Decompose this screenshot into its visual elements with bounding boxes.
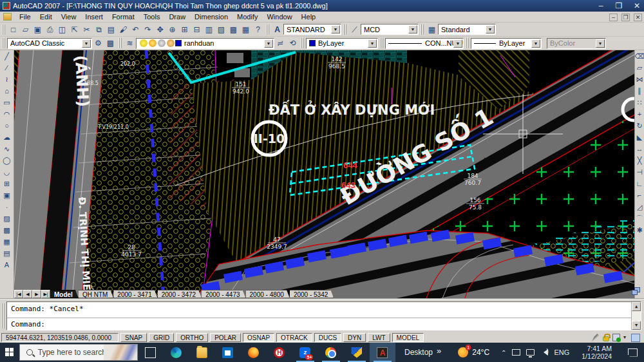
circle-icon[interactable]: ○ xyxy=(0,120,14,131)
chevron-down-icon[interactable]: ▼ xyxy=(531,39,540,48)
publish-icon[interactable]: ⇱ xyxy=(68,24,80,35)
toolbar-grip[interactable] xyxy=(118,38,122,48)
markup-set-manager-icon[interactable]: ▧ xyxy=(215,24,227,35)
pan-icon[interactable]: ✥ xyxy=(154,24,166,35)
desktop-label[interactable]: Desktop xyxy=(404,348,433,357)
layer-plot-icon[interactable] xyxy=(167,39,175,47)
fillet-icon[interactable]: ⌒ xyxy=(635,213,644,224)
taskbar-firefox-icon[interactable] xyxy=(241,343,267,362)
taskbar-edge-icon[interactable] xyxy=(164,343,189,362)
menu-window[interactable]: Window xyxy=(262,12,296,21)
chevron-down-icon[interactable]: ▼ xyxy=(486,25,495,33)
unlock-icon[interactable] xyxy=(603,336,609,341)
title-bar[interactable]: AutoCAD 2007 - [F:\THONG TIN QUY HOACH\Q… xyxy=(0,0,644,12)
make-block-icon[interactable]: ▣ xyxy=(0,189,14,201)
last-tab-icon[interactable]: ▶| xyxy=(41,290,50,298)
restore-down-icon[interactable] xyxy=(632,287,641,296)
chevron-down-icon[interactable]: ▼ xyxy=(82,39,91,48)
point-icon[interactable]: ∙ xyxy=(0,201,14,213)
status-menu-chevron-icon[interactable]: ▾ xyxy=(623,334,626,341)
ellipse-icon[interactable]: ◯ xyxy=(0,155,14,166)
polygon-icon[interactable]: ⌂ xyxy=(0,85,14,97)
rectangle-icon[interactable]: ▭ xyxy=(0,97,14,108)
tab-2000-4800[interactable]: 2000 - 4800 xyxy=(246,290,290,298)
linetype-combo[interactable]: CON...NUOUS ▼ xyxy=(385,38,464,49)
toggle-osnap[interactable]: OSNAP xyxy=(243,333,274,342)
doc-minimize-icon[interactable]: – xyxy=(609,14,618,21)
multiline-text-icon[interactable]: A xyxy=(0,259,14,271)
command-scrollbar[interactable]: ▲ ▼ xyxy=(631,302,641,330)
doc-close-icon[interactable]: ✕ xyxy=(634,14,642,21)
menu-format[interactable]: Format xyxy=(108,12,139,21)
dim-style-combo[interactable]: MCD ▼ xyxy=(361,24,419,35)
chevron-down-icon[interactable]: ▼ xyxy=(453,39,462,48)
tab-qh-ntm[interactable]: QH NTM xyxy=(79,290,113,298)
command-input[interactable]: Command: xyxy=(7,318,641,330)
model-canvas[interactable]: ĐẤT Ở XÂY DỰNG MỚI II-10 ĐƯỜNG SỐ 1 644 … xyxy=(14,50,634,298)
menu-edit[interactable]: Edit xyxy=(35,12,57,21)
zoom-realtime-icon[interactable]: ⊕ xyxy=(166,24,178,35)
tab-2000-3472[interactable]: 2000 - 3472 xyxy=(158,290,202,298)
table-style-combo[interactable]: Standard ▼ xyxy=(438,24,496,35)
move-icon[interactable]: + xyxy=(635,108,644,120)
save-icon[interactable]: ▣ xyxy=(32,24,44,35)
color-combo[interactable]: ByLayer ▼ xyxy=(306,38,378,49)
tab-2000-5342[interactable]: 2000 - 5342 xyxy=(290,290,334,298)
toolbar-grip[interactable] xyxy=(380,38,383,48)
layer-on-icon[interactable] xyxy=(140,39,147,47)
region-icon[interactable]: ▦ xyxy=(0,236,14,247)
menu-insert[interactable]: Insert xyxy=(80,12,108,21)
toolbar-grip[interactable] xyxy=(301,38,304,48)
paste-icon[interactable]: ▤ xyxy=(105,24,117,35)
chevron-down-icon[interactable]: ▼ xyxy=(331,25,340,33)
toggle-ortho[interactable]: ORTHO xyxy=(176,333,208,342)
line-icon[interactable]: ╱ xyxy=(0,50,14,62)
toggle-polar[interactable]: POLAR xyxy=(210,333,241,342)
layer-combo[interactable]: ranhduan ▼ xyxy=(136,38,274,49)
scale-icon[interactable]: ◣ xyxy=(635,131,644,143)
workspace-settings-icon[interactable]: ⚙ xyxy=(92,37,104,49)
taskbar-autocad-icon[interactable]: A xyxy=(370,343,395,362)
menu-file[interactable]: File xyxy=(15,12,35,21)
chevron-down-icon[interactable]: ▼ xyxy=(264,39,273,48)
menu-view[interactable]: View xyxy=(57,12,81,21)
my-workspace-icon[interactable]: ▩ xyxy=(104,37,117,49)
erase-icon[interactable]: ⌫ xyxy=(635,50,644,62)
array-icon[interactable]: ∷ xyxy=(635,97,644,108)
chevron-down-icon[interactable]: ▼ xyxy=(368,39,377,48)
search-box[interactable]: Type here to search xyxy=(19,344,138,361)
more-apps-chevron[interactable]: » xyxy=(437,346,441,356)
menu-modify[interactable]: Modify xyxy=(232,12,262,21)
layer-previous-icon[interactable]: ⟲ xyxy=(287,37,299,49)
toggle-model[interactable]: MODEL xyxy=(392,333,424,342)
taskbar-zalo-icon[interactable]: Z5+ xyxy=(292,343,318,362)
sheet-set-manager-icon[interactable]: ▥ xyxy=(203,24,215,35)
tray-status-icon[interactable] xyxy=(612,334,620,341)
layer-freeze-icon[interactable] xyxy=(149,39,156,47)
toolbar-grip[interactable] xyxy=(266,24,269,35)
tab-model[interactable]: Model xyxy=(50,290,79,298)
hatch-icon[interactable]: ▨ xyxy=(0,213,14,224)
first-tab-icon[interactable]: |◀ xyxy=(14,290,23,298)
extend-icon[interactable]: ⊣ xyxy=(635,166,644,178)
arc-icon[interactable]: ◠ xyxy=(0,108,14,120)
toolbar-grip[interactable] xyxy=(2,38,5,48)
polyline-icon[interactable]: ≀ xyxy=(0,73,14,85)
start-button[interactable] xyxy=(0,343,19,362)
construction-line-icon[interactable]: ∕ xyxy=(0,62,14,73)
offset-icon[interactable]: ∥ xyxy=(635,85,644,97)
toolbar-grip[interactable] xyxy=(466,38,469,48)
table-style-icon[interactable]: ▦ xyxy=(426,24,438,35)
network-icon[interactable] xyxy=(526,349,535,356)
match-properties-icon[interactable]: 🖌 xyxy=(117,24,129,35)
command-grip[interactable] xyxy=(1,303,5,329)
layer-lock-icon[interactable] xyxy=(158,39,166,47)
toolbar-grip[interactable] xyxy=(421,24,424,35)
table-icon[interactable]: ▤ xyxy=(0,247,14,259)
close-icon[interactable]: ✕ xyxy=(632,1,641,10)
dim-style-icon[interactable]: ⟋ xyxy=(348,24,361,35)
gradient-icon[interactable]: ▩ xyxy=(0,224,14,236)
taskbar-file-explorer-icon[interactable] xyxy=(189,343,215,362)
plot-preview-icon[interactable]: ◫ xyxy=(56,24,68,35)
plot-icon[interactable]: ⎙ xyxy=(44,24,56,35)
